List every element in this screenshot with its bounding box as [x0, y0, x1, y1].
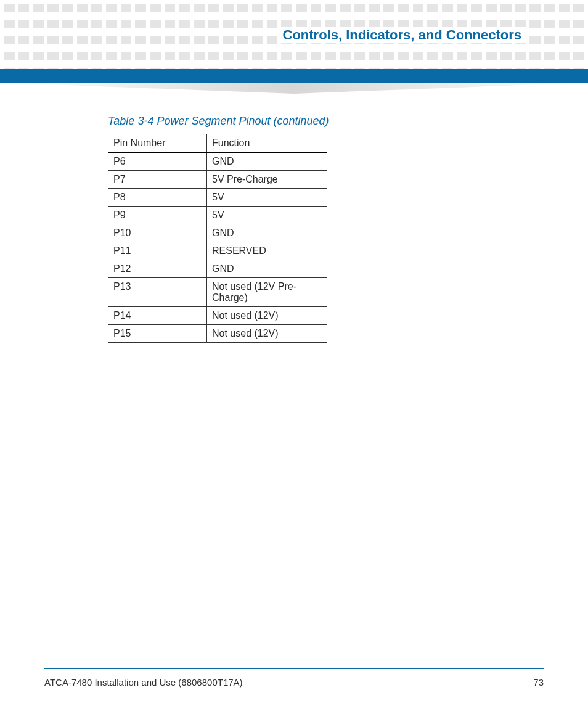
cell-function: Not used (12V Pre-Charge)	[207, 278, 327, 307]
footer-doc-title: ATCA-7480 Installation and Use (6806800T…	[44, 677, 243, 688]
table-caption: Table 3-4 Power Segment Pinout (continue…	[108, 115, 490, 128]
cell-pin: P10	[108, 224, 207, 242]
cell-function: Not used (12V)	[207, 307, 327, 325]
table-body: P6GNDP75V Pre-ChargeP85VP95VP10GNDP11RES…	[108, 152, 327, 343]
table-header-row: Pin Number Function	[108, 134, 327, 153]
table-row: P12GND	[108, 260, 327, 278]
cell-function: GND	[207, 152, 327, 171]
content-area: Table 3-4 Power Segment Pinout (continue…	[108, 115, 490, 343]
table-row: P75V Pre-Charge	[108, 171, 327, 189]
header-shadow	[0, 83, 588, 94]
cell-pin: P9	[108, 207, 207, 224]
cell-function: GND	[207, 224, 327, 242]
cell-pin: P6	[108, 152, 207, 171]
col-pin-number: Pin Number	[108, 134, 207, 153]
table-row: P15Not used (12V)	[108, 325, 327, 343]
table-row: P10GND	[108, 224, 327, 242]
cell-function: 5V	[207, 207, 327, 224]
cell-pin: P15	[108, 325, 207, 343]
page-footer: ATCA-7480 Installation and Use (6806800T…	[44, 677, 544, 688]
pinout-table: Pin Number Function P6GNDP75V Pre-Charge…	[108, 134, 327, 343]
table-row: P14Not used (12V)	[108, 307, 327, 325]
table-row: P11RESERVED	[108, 242, 327, 260]
header-blue-bar	[0, 69, 588, 83]
table-row: P85V	[108, 189, 327, 207]
cell-pin: P7	[108, 171, 207, 189]
cell-pin: P11	[108, 242, 207, 260]
cell-function: RESERVED	[207, 242, 327, 260]
cell-pin: P8	[108, 189, 207, 207]
chapter-title: Controls, Indicators, and Connectors	[278, 27, 526, 43]
cell-function: 5V	[207, 189, 327, 207]
cell-pin: P13	[108, 278, 207, 307]
cell-pin: P14	[108, 307, 207, 325]
table-row: P95V	[108, 207, 327, 224]
cell-function: 5V Pre-Charge	[207, 171, 327, 189]
table-row: P6GND	[108, 152, 327, 171]
cell-function: GND	[207, 260, 327, 278]
cell-pin: P12	[108, 260, 207, 278]
footer-page-number: 73	[533, 677, 544, 688]
cell-function: Not used (12V)	[207, 325, 327, 343]
table-row: P13Not used (12V Pre-Charge)	[108, 278, 327, 307]
footer-rule	[44, 668, 544, 669]
col-function: Function	[207, 134, 327, 153]
